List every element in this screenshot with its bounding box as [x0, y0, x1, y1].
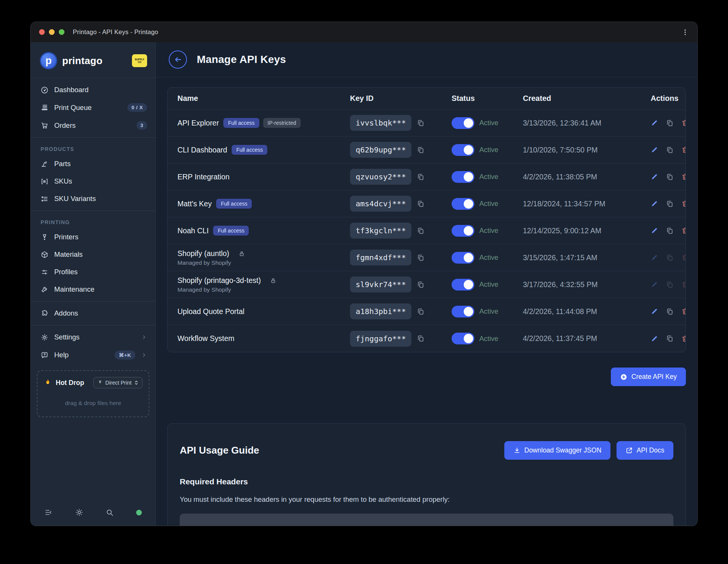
sidebar-item-print-queue[interactable]: Print Queue 0 / X	[31, 99, 155, 116]
sidebar-item-sku-variants[interactable]: SKU Variants	[31, 190, 155, 207]
edit-key-button[interactable]	[651, 308, 658, 315]
edit-key-button[interactable]	[651, 173, 658, 181]
delete-key-button[interactable]	[681, 119, 686, 127]
sidebar-item-profiles[interactable]: Profiles	[31, 263, 155, 281]
create-api-key-button[interactable]: Create API Key	[611, 368, 686, 386]
duplicate-key-button[interactable]	[666, 281, 674, 289]
sidebar-item-dashboard[interactable]: Dashboard	[31, 81, 155, 99]
trash-icon	[681, 227, 686, 234]
connection-status-indicator[interactable]	[136, 510, 142, 515]
collapse-sidebar-icon	[44, 508, 53, 517]
sidebar-item-printers[interactable]: Printers	[31, 228, 155, 246]
printer-nozzle-icon	[97, 380, 103, 385]
main-content: Manage API Keys Name Key ID Status Creat…	[156, 42, 697, 526]
create-api-key-label: Create API Key	[631, 373, 677, 381]
sidebar-item-settings[interactable]: Settings	[31, 328, 155, 346]
column-header-key-id: Key ID	[350, 94, 452, 103]
usage-guide-title: API Usage Guide	[180, 445, 504, 456]
gear-icon	[41, 333, 49, 341]
duplicate-key-button[interactable]	[666, 200, 674, 208]
download-swagger-button[interactable]: Download Swagger JSON	[504, 441, 610, 460]
key-id-value: fgmn4xdf***	[350, 250, 411, 266]
status-label: Active	[479, 200, 498, 208]
duplicate-key-button[interactable]	[666, 227, 674, 235]
created-date: 4/2/2026, 11:44:08 PM	[523, 307, 646, 316]
duplicate-key-button[interactable]	[666, 119, 674, 127]
delete-key-button[interactable]	[681, 254, 686, 261]
window-menu-button[interactable]	[681, 28, 689, 36]
duplicate-key-button[interactable]	[666, 308, 674, 316]
brand-name: printago	[62, 55, 127, 67]
back-button[interactable]	[169, 50, 187, 69]
edit-key-button[interactable]	[651, 281, 658, 288]
section-label-products: PRODUCTS	[31, 141, 155, 155]
sidebar-item-skus[interactable]: SKUs	[31, 173, 155, 190]
sidebar-item-materials[interactable]: Materials	[31, 246, 155, 263]
sidebar-item-parts[interactable]: Parts	[31, 155, 155, 173]
status-toggle[interactable]	[452, 279, 474, 291]
status-toggle[interactable]	[452, 306, 474, 317]
close-window-button[interactable]	[39, 29, 45, 35]
copy-key-button[interactable]	[417, 308, 425, 316]
sidebar-item-help[interactable]: Help ⌘+K	[31, 346, 155, 364]
status-toggle[interactable]	[452, 198, 474, 210]
hot-drop-zone[interactable]: Hot Drop Direct Print drag & drop files …	[37, 370, 149, 417]
sidebar-item-orders[interactable]: Orders 3	[31, 116, 155, 134]
edit-key-button[interactable]	[651, 227, 658, 234]
key-id-value: ivvslbqk***	[350, 115, 411, 131]
duplicate-key-button[interactable]	[666, 173, 674, 181]
ip-restricted-badge: IP-restricted	[263, 118, 301, 128]
sidebar-item-label: Parts	[54, 160, 147, 168]
status-toggle[interactable]	[452, 252, 474, 264]
sidebar-item-addons[interactable]: Addons	[31, 305, 155, 322]
copy-key-button[interactable]	[417, 173, 425, 181]
edit-key-button[interactable]	[651, 254, 658, 261]
download-swagger-label: Download Swagger JSON	[524, 446, 601, 454]
delete-key-button[interactable]	[681, 200, 686, 207]
delete-key-button[interactable]	[681, 173, 686, 181]
duplicate-icon	[666, 119, 674, 127]
lock-icon	[270, 277, 276, 284]
copy-key-button[interactable]	[417, 119, 425, 127]
duplicate-icon	[666, 146, 674, 154]
copy-key-button[interactable]	[417, 254, 425, 262]
minimize-window-button[interactable]	[49, 29, 55, 35]
edit-key-button[interactable]	[651, 119, 658, 127]
status-toggle[interactable]	[452, 225, 474, 237]
search-button[interactable]	[105, 508, 114, 517]
delete-key-button[interactable]	[681, 281, 686, 288]
copy-key-button[interactable]	[417, 146, 425, 154]
access-badge: Full access	[232, 145, 267, 155]
copy-key-button[interactable]	[417, 335, 425, 342]
api-docs-button[interactable]: API Docs	[617, 441, 673, 460]
printago-logo: p	[40, 52, 57, 69]
sidebar-item-label: Addons	[54, 309, 147, 317]
direct-print-select[interactable]: Direct Print	[93, 377, 143, 388]
delete-key-button[interactable]	[681, 308, 686, 315]
key-name: Workflow System	[177, 334, 234, 343]
sidebar-item-label: Settings	[54, 333, 135, 341]
edit-key-button[interactable]	[651, 146, 658, 154]
duplicate-key-button[interactable]	[666, 254, 674, 262]
duplicate-key-button[interactable]	[666, 146, 674, 154]
delete-key-button[interactable]	[681, 335, 686, 342]
status-toggle[interactable]	[452, 117, 474, 129]
sidebar-item-maintenance[interactable]: Maintenance	[31, 281, 155, 298]
copy-key-button[interactable]	[417, 200, 425, 208]
edit-key-button[interactable]	[651, 200, 658, 207]
status-toggle[interactable]	[452, 144, 474, 156]
copy-key-button[interactable]	[417, 227, 425, 235]
collapse-sidebar-button[interactable]	[44, 508, 53, 517]
table-row: Workflow System fjnggafo*** Active 4/2/2…	[168, 325, 686, 352]
status-toggle[interactable]	[452, 171, 474, 183]
zoom-window-button[interactable]	[59, 29, 64, 35]
delete-key-button[interactable]	[681, 146, 686, 154]
theme-toggle-button[interactable]	[75, 508, 83, 517]
duplicate-key-button[interactable]	[666, 335, 674, 342]
status-label: Active	[479, 307, 498, 316]
lock-icon	[238, 250, 245, 257]
edit-key-button[interactable]	[651, 335, 658, 342]
delete-key-button[interactable]	[681, 227, 686, 234]
status-toggle[interactable]	[452, 333, 474, 344]
copy-key-button[interactable]	[417, 281, 425, 289]
